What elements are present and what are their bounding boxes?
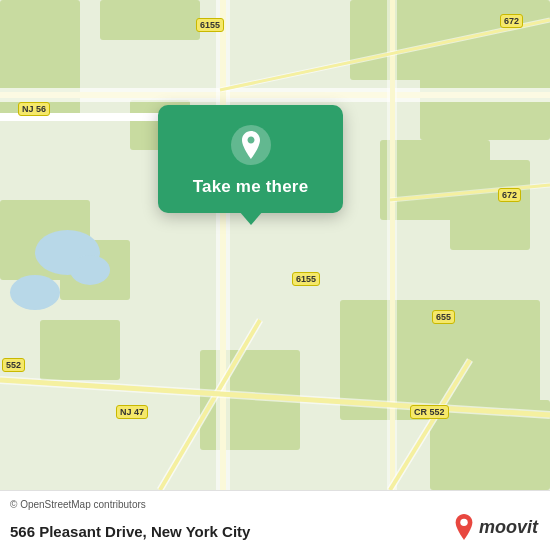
road-label-655: 655 (432, 310, 455, 324)
road-vertical-main (216, 0, 230, 490)
road-vertical-right (387, 0, 397, 490)
road-label-6155-mid: 6155 (292, 272, 320, 286)
road-horizontal (0, 88, 550, 102)
road-label-552: 552 (2, 358, 25, 372)
svg-point-11 (460, 519, 467, 526)
road-label-nj47: NJ 47 (116, 405, 148, 419)
green-patch (40, 320, 120, 380)
copyright-text: © OpenStreetMap contributors (10, 499, 146, 510)
road-label-672-top: 672 (500, 14, 523, 28)
moovit-brand-text: moovit (479, 517, 538, 538)
road-label-cr552: CR 552 (410, 405, 449, 419)
green-patch (200, 350, 300, 450)
moovit-logo: moovit (453, 514, 538, 540)
bottom-bar: © OpenStreetMap contributors 566 Pleasan… (0, 490, 550, 550)
water-patch (70, 255, 110, 285)
cta-label: Take me there (193, 177, 309, 197)
green-patch (100, 0, 200, 40)
road-label-6155-top: 6155 (196, 18, 224, 32)
road-label-672-mid: 672 (498, 188, 521, 202)
location-pin-icon (229, 123, 273, 167)
green-patch (450, 160, 530, 250)
water-patch (10, 275, 60, 310)
cta-card[interactable]: Take me there (158, 105, 343, 213)
map-container: NJ 56 6155 6155 672 672 655 552 NJ 47 CR… (0, 0, 550, 490)
address-text: 566 Pleasant Drive, New York City (10, 523, 250, 540)
moovit-pin-icon (453, 514, 475, 540)
road-label-nj56: NJ 56 (18, 102, 50, 116)
